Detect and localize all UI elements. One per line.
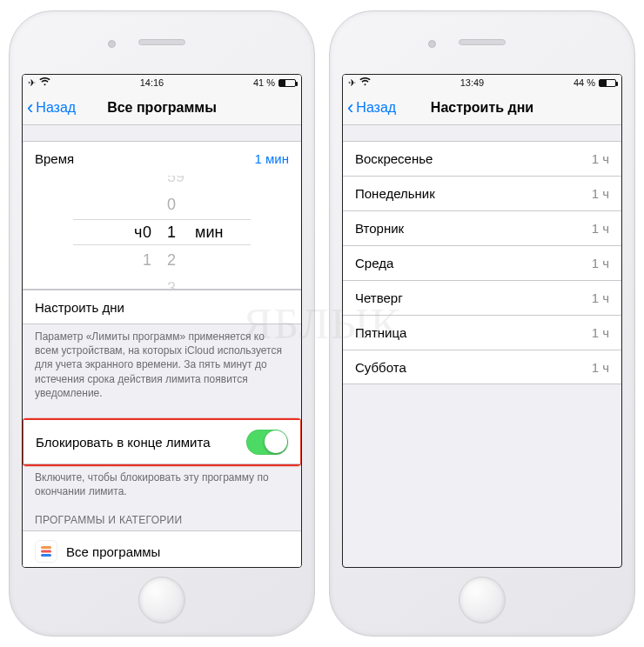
phone-camera xyxy=(108,40,116,48)
block-switch[interactable] xyxy=(246,430,288,455)
nav-bar: ‹ Назад Все программы xyxy=(23,90,301,125)
screen-right: ✈︎ 13:49 44 % ‹ Назад Настроить дни xyxy=(342,74,622,568)
time-value: 1 мин xyxy=(255,151,290,166)
day-value: 1 ч xyxy=(592,151,609,166)
customize-days-footer: Параметр «Лимиты программ» применяется к… xyxy=(23,324,301,400)
back-button[interactable]: ‹ Назад xyxy=(23,98,76,117)
customize-days-cell[interactable]: Настроить дни xyxy=(23,290,301,324)
days-list: Воскресенье1 чПонедельник1 чВторник1 чСр… xyxy=(343,141,621,384)
block-label: Блокировать в конце лимита xyxy=(36,435,211,450)
day-cell[interactable]: Вторник1 ч xyxy=(343,210,621,245)
status-time: 13:49 xyxy=(460,77,485,88)
day-cell[interactable]: Воскресенье1 ч xyxy=(343,141,621,176)
category-label: Все программы xyxy=(66,544,160,559)
back-label: Назад xyxy=(356,100,396,116)
status-bar: ✈︎ 14:16 41 % xyxy=(23,75,301,90)
category-item[interactable]: Все программы xyxy=(23,530,301,567)
battery-pct: 41 % xyxy=(253,77,275,88)
back-button[interactable]: ‹ Назад xyxy=(343,98,396,117)
airplane-icon: ✈︎ xyxy=(28,77,36,89)
phone-speaker xyxy=(138,39,185,45)
chevron-left-icon: ‹ xyxy=(27,98,33,117)
phone-right: ✈︎ 13:49 44 % ‹ Назад Настроить дни xyxy=(329,10,635,637)
day-cell[interactable]: Понедельник1 ч xyxy=(343,176,621,210)
day-cell[interactable]: Пятница1 ч xyxy=(343,315,621,350)
wifi-icon xyxy=(39,77,50,88)
day-value: 1 ч xyxy=(592,256,609,270)
home-button[interactable] xyxy=(459,577,506,624)
day-name: Среда xyxy=(355,256,393,270)
day-cell[interactable]: Суббота1 ч xyxy=(343,350,621,384)
stack-icon xyxy=(35,540,57,563)
block-footer: Включите, чтобы блокировать эту программ… xyxy=(23,465,301,498)
airplane-icon: ✈︎ xyxy=(348,77,356,89)
day-name: Пятница xyxy=(355,325,406,340)
time-label: Время xyxy=(35,151,74,166)
battery-pct: 44 % xyxy=(574,77,595,88)
day-name: Четверг xyxy=(355,290,403,305)
status-time: 14:16 xyxy=(140,77,164,88)
day-value: 1 ч xyxy=(592,290,609,305)
back-label: Назад xyxy=(36,100,76,116)
time-cell[interactable]: Время 1 мин xyxy=(23,141,301,176)
screen-left: ✈︎ 14:16 41 % ‹ Назад Все программы xyxy=(22,74,302,568)
day-name: Суббота xyxy=(355,360,406,375)
day-cell[interactable]: Среда1 ч xyxy=(343,245,621,280)
day-value: 1 ч xyxy=(592,325,609,340)
wifi-icon xyxy=(359,77,371,88)
phone-left: ✈︎ 14:16 41 % ‹ Назад Все программы xyxy=(9,10,315,637)
day-cell[interactable]: Четверг1 ч xyxy=(343,280,621,315)
day-value: 1 ч xyxy=(592,186,609,201)
home-button[interactable] xyxy=(138,577,185,624)
svg-rect-2 xyxy=(41,554,51,557)
svg-rect-0 xyxy=(41,546,51,549)
picker-hours[interactable]: 0 1 xyxy=(85,176,155,289)
status-bar: ✈︎ 13:49 44 % xyxy=(343,75,621,90)
day-value: 1 ч xyxy=(592,221,609,236)
phone-camera xyxy=(428,40,436,48)
day-name: Понедельник xyxy=(355,186,435,201)
day-name: Воскресенье xyxy=(355,151,433,166)
phone-speaker xyxy=(459,39,506,45)
picker-hours-unit: ч xyxy=(134,223,142,242)
day-value: 1 ч xyxy=(592,360,609,375)
svg-rect-1 xyxy=(41,550,51,553)
time-picker[interactable]: 0 1 ч 59 0 1 2 3 xyxy=(23,176,301,289)
categories-header: ПРОГРАММЫ И КАТЕГОРИИ xyxy=(23,498,301,530)
customize-days-label: Настроить дни xyxy=(35,300,124,315)
chevron-left-icon: ‹ xyxy=(347,98,353,117)
battery-icon xyxy=(278,79,296,87)
battery-icon xyxy=(599,79,616,87)
day-name: Вторник xyxy=(355,221,404,236)
block-at-limit-cell[interactable]: Блокировать в конце лимита xyxy=(23,420,300,464)
nav-bar: ‹ Назад Настроить дни xyxy=(343,90,621,125)
picker-mins-unit: мин xyxy=(195,223,223,242)
